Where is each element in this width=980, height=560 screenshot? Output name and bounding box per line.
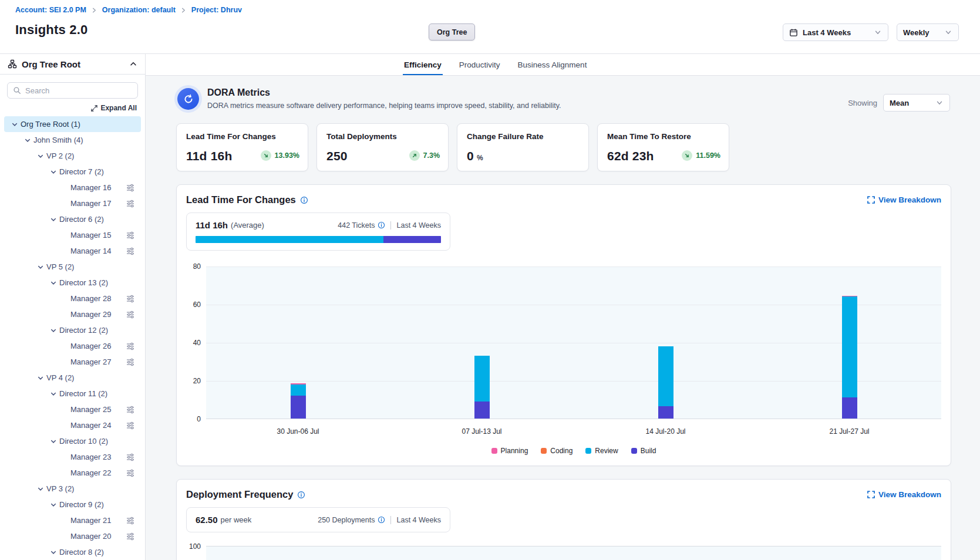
- tree-expand-toggle[interactable]: [37, 264, 44, 271]
- tree-expand-toggle[interactable]: [24, 137, 31, 144]
- tree-item[interactable]: VP 2 (2): [4, 148, 141, 164]
- tree-item[interactable]: Manager 14: [4, 243, 141, 259]
- tree-expand-toggle[interactable]: [50, 216, 57, 223]
- tree-item[interactable]: Director 8 (2): [4, 544, 141, 560]
- stacked-bar[interactable]: [291, 383, 306, 419]
- search-input[interactable]: [25, 86, 132, 95]
- tree-item[interactable]: VP 5 (2): [4, 259, 141, 275]
- tab-efficiency[interactable]: Efficiency: [404, 54, 442, 75]
- info-icon[interactable]: [300, 196, 308, 204]
- tree-expand-toggle[interactable]: [50, 501, 57, 508]
- tree-item[interactable]: Director 12 (2): [4, 322, 141, 338]
- filters-button[interactable]: [126, 421, 135, 430]
- tree-item[interactable]: Director 7 (2): [4, 164, 141, 180]
- info-icon[interactable]: [297, 491, 305, 499]
- legend-item-build[interactable]: Build: [631, 447, 656, 455]
- breadcrumb-link[interactable]: Account: SEI 2.0 PM: [15, 6, 86, 14]
- tree-item[interactable]: Manager 24: [4, 417, 141, 433]
- tree-expand-toggle[interactable]: [50, 168, 57, 176]
- tree-item[interactable]: Director 13 (2): [4, 275, 141, 291]
- tree-expand-toggle[interactable]: [37, 153, 44, 160]
- filters-button[interactable]: [126, 294, 135, 303]
- tree-expand-toggle[interactable]: [50, 390, 57, 397]
- lead-time-title: Lead Time For Changes: [186, 194, 296, 205]
- showing-value: Mean: [890, 99, 909, 107]
- legend-item-coding[interactable]: Coding: [541, 447, 572, 455]
- trend-down-icon: [263, 153, 269, 158]
- tree-item[interactable]: Director 11 (2): [4, 386, 141, 402]
- stacked-bar[interactable]: [658, 346, 673, 419]
- tree-item[interactable]: Manager 26: [4, 338, 141, 354]
- tab-business-alignment[interactable]: Business Alignment: [518, 54, 587, 75]
- tree-item[interactable]: Manager 27: [4, 354, 141, 370]
- tree-item[interactable]: Director 10 (2): [4, 433, 141, 449]
- bar-segment-build: [658, 406, 673, 419]
- metric-card-unit: %: [477, 154, 483, 162]
- tree-item[interactable]: VP 3 (2): [4, 481, 141, 497]
- tree-item[interactable]: Manager 15: [4, 227, 141, 243]
- filters-button[interactable]: [126, 310, 135, 319]
- filters-button[interactable]: [126, 247, 135, 256]
- legend-swatch: [631, 448, 637, 454]
- tree-expand-toggle[interactable]: [37, 375, 44, 382]
- granularity-select[interactable]: Weekly: [897, 23, 959, 41]
- chevron-down-icon: [37, 264, 44, 271]
- filters-button[interactable]: [126, 516, 135, 525]
- view-breakdown-link[interactable]: View Breakdown: [867, 195, 941, 204]
- expand-all-button[interactable]: Expand All: [91, 104, 137, 112]
- tree-item[interactable]: VP 4 (2): [4, 370, 141, 386]
- chevron-down-icon: [50, 216, 57, 223]
- filters-button[interactable]: [126, 405, 135, 414]
- chevron-down-icon: [50, 168, 57, 176]
- tree-expand-toggle[interactable]: [50, 327, 57, 334]
- y-axis: 806040200: [186, 266, 206, 419]
- expand-all-label: Expand All: [100, 104, 137, 112]
- stacked-bar[interactable]: [842, 296, 857, 419]
- tree-item[interactable]: Manager 22: [4, 465, 141, 481]
- info-icon[interactable]: [378, 221, 385, 229]
- filters-button[interactable]: [126, 357, 135, 367]
- tree-item[interactable]: Manager 25: [4, 402, 141, 417]
- tree-item[interactable]: Director 6 (2): [4, 211, 141, 227]
- filters-button[interactable]: [126, 453, 135, 462]
- breadcrumb-link[interactable]: Organization: default: [102, 6, 176, 14]
- bar-segment-review: [474, 356, 490, 402]
- tab-productivity[interactable]: Productivity: [459, 54, 500, 75]
- sidebar-search[interactable]: [7, 82, 138, 99]
- tree-expand-toggle[interactable]: [37, 485, 44, 492]
- metric-card: Lead Time For Changes11d 16h13.93%: [176, 123, 308, 171]
- tree-expand-toggle[interactable]: [50, 549, 57, 556]
- collapse-sidebar-button[interactable]: [129, 60, 137, 68]
- stacked-bar[interactable]: [474, 356, 490, 419]
- org-tree-button[interactable]: Org Tree: [429, 23, 475, 41]
- legend-item-planning[interactable]: Planning: [491, 447, 528, 455]
- showing-select[interactable]: Mean: [883, 94, 950, 112]
- tree-item-label: Manager 16: [70, 183, 111, 192]
- date-range-select[interactable]: Last 4 Weeks: [783, 23, 888, 41]
- tree-item[interactable]: John Smith (4): [4, 132, 141, 148]
- page-title: Insights 2.0: [15, 22, 87, 38]
- legend-item-review[interactable]: Review: [585, 447, 618, 455]
- filters-button[interactable]: [126, 183, 135, 193]
- tree-item[interactable]: Manager 28: [4, 291, 141, 306]
- breadcrumb-separator: [180, 7, 187, 14]
- tree-item[interactable]: Manager 20: [4, 528, 141, 544]
- filters-button[interactable]: [126, 532, 135, 541]
- breadcrumb-link[interactable]: Project: Dhruv: [191, 6, 242, 14]
- tree-item[interactable]: Manager 16: [4, 180, 141, 195]
- filters-button[interactable]: [126, 199, 135, 208]
- tree-expand-toggle[interactable]: [50, 279, 57, 286]
- tree-item[interactable]: Manager 21: [4, 512, 141, 528]
- tree-item[interactable]: Manager 17: [4, 195, 141, 211]
- tree-item[interactable]: Manager 29: [4, 306, 141, 322]
- info-icon[interactable]: [378, 516, 385, 524]
- filters-button[interactable]: [126, 468, 135, 478]
- tree-expand-toggle[interactable]: [50, 438, 57, 445]
- tree-item[interactable]: Director 9 (2): [4, 497, 141, 512]
- filters-button[interactable]: [126, 231, 135, 240]
- tree-expand-toggle[interactable]: [11, 121, 18, 128]
- filters-button[interactable]: [126, 342, 135, 351]
- view-breakdown-link[interactable]: View Breakdown: [867, 490, 941, 499]
- tree-item[interactable]: Org Tree Root (1): [4, 116, 141, 132]
- tree-item[interactable]: Manager 23: [4, 449, 141, 465]
